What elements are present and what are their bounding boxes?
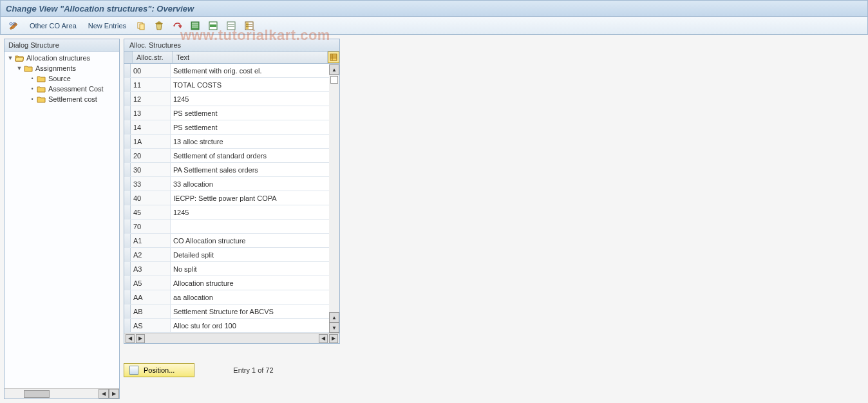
scroll-right-arrow-2[interactable]: ▶: [329, 334, 338, 343]
row-selector[interactable]: [124, 234, 131, 247]
cell-text[interactable]: 33 allocation: [171, 177, 339, 191]
tree-horizontal-scrollbar[interactable]: ◀ ▶: [5, 388, 119, 398]
other-co-area-button[interactable]: Other CO Area: [25, 19, 81, 32]
cell-text[interactable]: Settlement Structure for ABCVS: [171, 305, 339, 318]
config-button[interactable]: [241, 19, 257, 32]
cell-text[interactable]: Alloc stu for ord 100: [171, 319, 339, 332]
scrollbar-track[interactable]: [5, 389, 99, 398]
select-all-button[interactable]: [187, 19, 203, 32]
table-row[interactable]: ASAlloc stu for ord 100: [124, 319, 339, 333]
cell-text[interactable]: IECPP: Settle power plant COPA: [171, 191, 339, 205]
row-selector[interactable]: [124, 64, 131, 77]
table-horizontal-scrollbar[interactable]: ◀ ▶ ◀ ▶: [124, 333, 339, 343]
cell-text[interactable]: Detailed split: [171, 248, 339, 261]
select-block-button[interactable]: [205, 19, 221, 32]
table-row[interactable]: 1A13 alloc strcture: [124, 135, 339, 149]
cell-text[interactable]: TOTAL COSTS: [171, 78, 339, 91]
scroll-marker-icon[interactable]: [330, 76, 338, 84]
cell-code[interactable]: 33: [131, 177, 171, 191]
cell-text[interactable]: PS settlement: [171, 120, 339, 134]
cell-text[interactable]: 13 alloc strcture: [171, 135, 339, 148]
table-row[interactable]: A5Allocation structure: [124, 276, 339, 290]
table-row[interactable]: 70: [124, 220, 339, 234]
column-header-text[interactable]: Text: [173, 52, 328, 63]
cell-text[interactable]: 1245: [171, 205, 339, 219]
table-row[interactable]: 451245: [124, 205, 339, 220]
cell-code[interactable]: 30: [131, 163, 171, 176]
cell-code[interactable]: A5: [131, 276, 171, 290]
delete-button[interactable]: [151, 19, 167, 32]
cell-code[interactable]: 45: [131, 205, 171, 219]
scrollbar-track[interactable]: [329, 75, 339, 312]
table-row[interactable]: 13PS settlement: [124, 106, 339, 120]
deselect-all-button[interactable]: [223, 19, 239, 32]
cell-code[interactable]: AS: [131, 319, 171, 332]
row-selector[interactable]: [124, 305, 131, 318]
row-selector[interactable]: [124, 262, 131, 276]
cell-text[interactable]: No split: [171, 262, 339, 276]
cell-text[interactable]: Settlement with orig. cost el.: [171, 64, 339, 77]
row-selector[interactable]: [124, 135, 131, 148]
cell-text[interactable]: PS settlement: [171, 106, 339, 120]
tree-item-settlement-cost[interactable]: • Settlement cost: [5, 94, 119, 104]
row-selector[interactable]: [124, 191, 131, 205]
row-selector[interactable]: [124, 276, 131, 290]
position-button[interactable]: Position...: [124, 363, 194, 377]
undo-button[interactable]: [169, 19, 185, 32]
cell-code[interactable]: 20: [131, 149, 171, 162]
tree-item-assignments[interactable]: ▼ Assignments: [5, 63, 119, 73]
scroll-left-arrow[interactable]: ◀: [99, 389, 109, 398]
row-selector[interactable]: [124, 78, 131, 91]
row-selector[interactable]: [124, 177, 131, 191]
table-row[interactable]: 30PA Settlement sales orders: [124, 163, 339, 177]
cell-code[interactable]: A2: [131, 248, 171, 261]
expand-toggle-icon[interactable]: ▼: [16, 65, 23, 71]
scroll-right-arrow[interactable]: ▶: [109, 389, 119, 398]
tree-item-source[interactable]: • Source: [5, 73, 119, 84]
table-row[interactable]: AAaa allocation: [124, 290, 339, 305]
scroll-right-arrow[interactable]: ▶: [136, 334, 145, 343]
cell-text[interactable]: Settlement of standard orders: [171, 149, 339, 162]
cell-text[interactable]: Allocation structure: [171, 276, 339, 290]
row-selector-header[interactable]: [124, 52, 133, 63]
cell-code[interactable]: 12: [131, 92, 171, 106]
cell-code[interactable]: 00: [131, 64, 171, 77]
scroll-left-arrow-2[interactable]: ◀: [319, 334, 328, 343]
cell-text[interactable]: 1245: [171, 92, 339, 106]
row-selector[interactable]: [124, 319, 131, 332]
row-selector[interactable]: [124, 120, 131, 134]
cell-code[interactable]: 1A: [131, 135, 171, 148]
table-vertical-scrollbar[interactable]: ▲ ▲ ▼: [329, 64, 339, 333]
cell-code[interactable]: 14: [131, 120, 171, 134]
table-row[interactable]: A3No split: [124, 262, 339, 276]
tree-item-allocation-structures[interactable]: ▼ Allocation structures: [5, 53, 119, 63]
row-selector[interactable]: [124, 205, 131, 219]
row-selector[interactable]: [124, 163, 131, 176]
table-row[interactable]: 00Settlement with orig. cost el.: [124, 64, 339, 78]
table-row[interactable]: A1CO Allocation structure: [124, 234, 339, 248]
row-selector[interactable]: [124, 290, 131, 304]
cell-code[interactable]: 40: [131, 191, 171, 205]
cell-code[interactable]: AA: [131, 290, 171, 304]
row-selector[interactable]: [124, 220, 131, 233]
row-selector[interactable]: [124, 92, 131, 106]
scroll-up-arrow[interactable]: ▲: [329, 64, 339, 75]
copy-button[interactable]: [133, 19, 149, 32]
cell-code[interactable]: 70: [131, 220, 171, 233]
expand-toggle-icon[interactable]: ▼: [7, 55, 14, 61]
table-row[interactable]: 40IECPP: Settle power plant COPA: [124, 191, 339, 205]
table-row[interactable]: ABSettlement Structure for ABCVS: [124, 305, 339, 319]
table-row[interactable]: 3333 allocation: [124, 177, 339, 191]
cell-text[interactable]: CO Allocation structure: [171, 234, 339, 247]
toggle-display-change-button[interactable]: [6, 19, 23, 32]
row-selector[interactable]: [124, 106, 131, 120]
table-row[interactable]: 121245: [124, 92, 339, 106]
scroll-up-arrow-2[interactable]: ▲: [329, 312, 339, 323]
cell-text[interactable]: aa allocation: [171, 290, 339, 304]
scroll-down-arrow[interactable]: ▼: [329, 323, 339, 333]
cell-code[interactable]: A3: [131, 262, 171, 276]
table-row[interactable]: 20Settlement of standard orders: [124, 149, 339, 163]
table-row[interactable]: 11TOTAL COSTS: [124, 78, 339, 92]
new-entries-button[interactable]: New Entries: [84, 19, 131, 32]
scrollbar-thumb[interactable]: [24, 390, 50, 398]
